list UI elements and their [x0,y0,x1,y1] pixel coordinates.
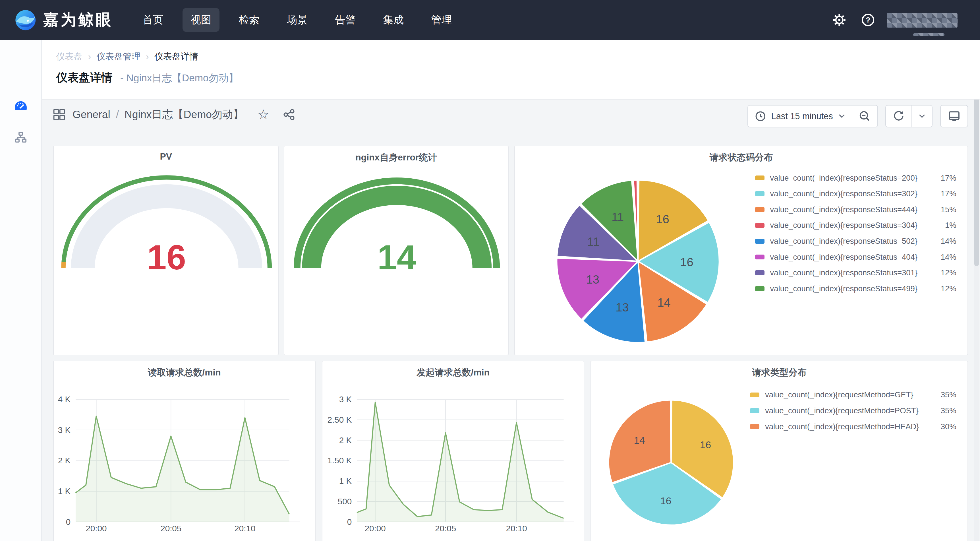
svg-text:2 K: 2 K [58,456,71,465]
svg-text:3 K: 3 K [58,425,71,435]
dashboard-folder: General [73,109,110,120]
legend-percent: 12% [934,284,956,293]
chevron-down-icon [919,114,925,118]
breadcrumb-separator: › [146,51,149,62]
panel-request-type-distribution[interactable]: 请求类型分布 161614 value_count(_index){reques… [590,361,968,541]
dashboard-breadcrumb-path[interactable]: General/Nginx日志【Demo勿动】 [73,107,243,122]
panel-read-requests[interactable]: 读取请求总数/min 01 K2 K3 K4 K20:0020:0520:10 [53,361,316,541]
legend-swatch [755,270,765,275]
legend-swatch [755,191,765,196]
legend-item[interactable]: value_count(_index){responseStatus=302}1… [755,186,956,202]
app-window: 嘉为鲸眼 首页视图检索场景告警集成管理 ? [0,0,980,541]
svg-text:0: 0 [347,517,352,527]
legend-percent: 35% [934,390,956,399]
legend-label: value_count(_index){responseStatus=444} [770,205,934,214]
svg-text:?: ? [866,16,870,24]
zoom-out-icon [859,111,870,122]
svg-text:2 K: 2 K [339,436,352,445]
svg-text:16: 16 [700,439,711,450]
brand-logo[interactable]: 嘉为鲸眼 [14,8,113,32]
error-gauge-chart: 14 [284,146,509,356]
favorite-star-icon[interactable]: ☆ [258,109,269,121]
type-pie-legend: value_count(_index){requestMethod=GET}35… [750,387,956,435]
breadcrumb: 仪表盘›仪表盘管理›仪表盘详情 [56,51,199,62]
sidebar-item-dashboard[interactable] [13,99,28,116]
legend-label: value_count(_index){responseStatus=404} [770,252,934,262]
topnav: 首页视图检索场景告警集成管理 [129,0,466,40]
monitor-icon [948,110,961,123]
legend-label: value_count(_index){requestMethod=HEAD} [765,422,934,431]
panel-status-code-distribution[interactable]: 请求状态码分布 16161413131111 value_count(_inde… [514,146,968,355]
legend-label: value_count(_index){responseStatus=499} [770,284,934,293]
dashboards-grid-icon[interactable] [53,109,65,121]
legend-item[interactable]: value_count(_index){requestMethod=GET}35… [750,387,956,403]
brand-name: 嘉为鲸眼 [43,10,113,30]
page-header: 仪表盘›仪表盘管理›仪表盘详情 仪表盘详情 - Nginx日志【Demo勿动】 [42,40,980,99]
sidebar [0,40,42,541]
topnav-item[interactable]: 管理 [417,8,465,32]
svg-text:11: 11 [611,210,624,223]
kiosk-mode-button[interactable] [941,105,968,127]
legend-label: value_count(_index){responseStatus=502} [770,237,934,246]
topnav-item[interactable]: 集成 [369,8,417,32]
svg-text:14: 14 [657,296,670,309]
refresh-interval-dropdown[interactable] [912,105,932,127]
legend-percent: 30% [934,422,956,431]
legend-item[interactable]: value_count(_index){requestMethod=HEAD}3… [750,419,956,435]
zoom-out-time-button[interactable] [852,105,877,127]
time-range-picker[interactable]: Last 15 minutes [748,105,851,127]
svg-text:20:05: 20:05 [435,523,456,533]
svg-text:20:05: 20:05 [160,523,181,533]
user-subtext-censored [913,33,945,37]
topbar: 嘉为鲸眼 首页视图检索场景告警集成管理 ? [0,0,980,40]
legend-item[interactable]: value_count(_index){responseStatus=304}1… [755,218,956,233]
user-account-censored[interactable] [887,13,957,27]
help-icon[interactable]: ? [861,13,875,29]
breadcrumb-item[interactable]: 仪表盘 [56,51,83,62]
topnav-item[interactable]: 告警 [321,8,369,32]
sidebar-item-topology[interactable] [14,131,27,147]
legend-swatch [750,393,759,397]
topnav-item[interactable]: 视图 [177,8,225,32]
svg-text:16: 16 [680,255,694,269]
panel-title: 发起请求总数/min [322,366,584,378]
breadcrumb-item[interactable]: 仪表盘管理 [97,51,140,62]
svg-text:4 K: 4 K [58,394,71,404]
svg-text:2.50 K: 2.50 K [328,415,352,425]
settings-gear-icon[interactable] [832,13,846,29]
svg-text:500: 500 [338,496,352,506]
panel-nginx-error[interactable]: nginx自身error统计 14 [284,146,509,355]
page-title: 仪表盘详情 [56,71,113,84]
legend-swatch [755,176,765,180]
legend-label: value_count(_index){responseStatus=302} [770,189,934,198]
legend-label: value_count(_index){requestMethod=POST} [765,406,934,415]
page-scrollbar[interactable] [974,40,980,541]
legend-item[interactable]: value_count(_index){responseStatus=200}1… [755,170,956,186]
legend-swatch [755,255,765,260]
legend-item[interactable]: value_count(_index){responseStatus=502}1… [755,233,956,249]
refresh-button[interactable] [886,105,912,127]
legend-item[interactable]: value_count(_index){responseStatus=301}1… [755,265,956,281]
topnav-item[interactable]: 首页 [129,8,177,32]
toolbar-right: Last 15 minutes [748,105,968,128]
breadcrumb-item: 仪表盘详情 [155,51,199,62]
topnav-item[interactable]: 场景 [273,8,321,32]
topnav-item[interactable]: 检索 [225,8,273,32]
panel-sent-requests[interactable]: 发起请求总数/min 05001 K1.50 K2 K2.50 K3 K20:0… [322,361,584,541]
pv-gauge-chart: 16 [54,146,280,356]
legend-item[interactable]: value_count(_index){responseStatus=499}1… [755,281,956,297]
legend-swatch [750,424,759,429]
legend-swatch [750,408,759,413]
panel-title: PV [54,151,278,162]
panel-title: nginx自身error统计 [284,151,508,164]
legend-item[interactable]: value_count(_index){responseStatus=444}1… [755,202,956,218]
legend-percent: 14% [934,237,956,246]
legend-item[interactable]: value_count(_index){responseStatus=404}1… [755,249,956,265]
legend-item[interactable]: value_count(_index){requestMethod=POST}3… [750,403,956,419]
legend-percent: 17% [934,189,956,198]
legend-percent: 1% [934,221,956,230]
panel-pv[interactable]: PV 16 [53,146,279,355]
legend-label: value_count(_index){requestMethod=GET} [765,390,934,399]
status-pie-legend: value_count(_index){responseStatus=200}1… [755,170,956,297]
share-icon[interactable] [283,109,295,121]
